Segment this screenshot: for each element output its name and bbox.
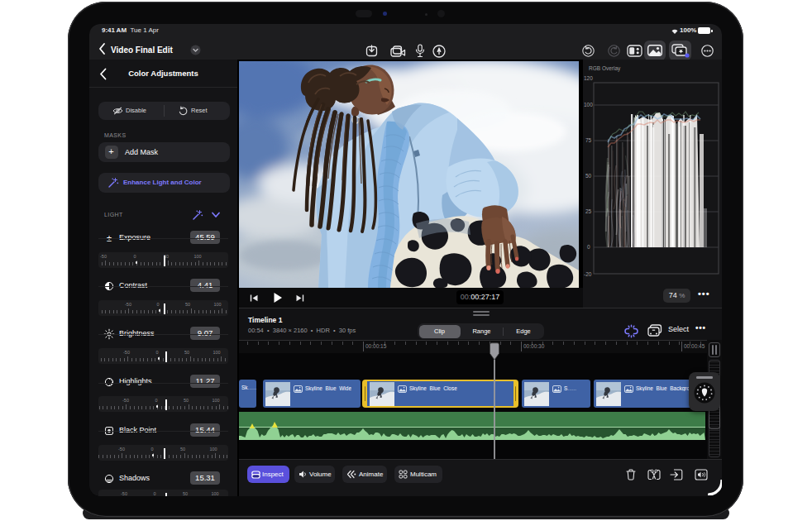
svg-text:0: 0 (587, 244, 590, 250)
svg-text:-20: -20 (584, 271, 592, 277)
svg-text:100: 100 (584, 102, 593, 108)
svg-text:120: 120 (584, 75, 593, 81)
svg-text:25: 25 (585, 208, 592, 214)
svg-text:50: 50 (585, 173, 592, 179)
svg-text:75: 75 (585, 137, 592, 143)
